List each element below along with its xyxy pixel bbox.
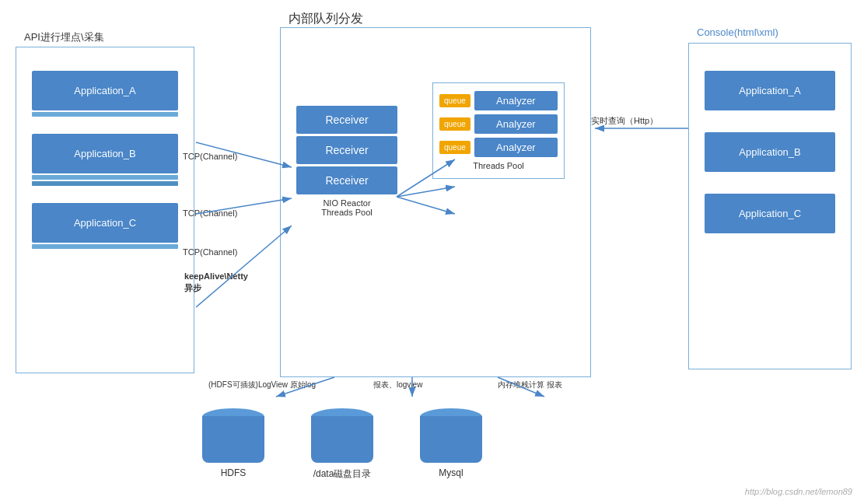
app-c-left-bar xyxy=(32,244,178,249)
diagram: API进行埋点\采集 Application_A Application_B A… xyxy=(0,0,864,504)
right-panel-title: Console(html\xml) xyxy=(697,26,778,38)
left-panel-title: API进行埋点\采集 xyxy=(24,30,104,44)
receiver-subtitle: NIO ReactorThreads Pool xyxy=(296,198,397,217)
app-a-left: Application_A xyxy=(32,71,178,110)
hdfs-mid xyxy=(202,416,264,425)
realtime-label: 实时查询（Http） xyxy=(591,115,658,127)
app-b-left-bar2 xyxy=(32,181,178,186)
left-panel: API进行埋点\采集 Application_A Application_B A… xyxy=(16,47,194,373)
app-c-right: Application_C xyxy=(705,194,835,233)
app-b-left-bar xyxy=(32,175,178,180)
hdfs-db: HDFS xyxy=(202,408,264,481)
hdfs-cylinder xyxy=(202,408,264,463)
mysql-cylinder xyxy=(420,408,482,463)
analyzer-badge-1: Analyzer xyxy=(474,91,558,110)
data-label: /data磁盘目录 xyxy=(313,467,372,481)
tcp3-label: TCP(Channel) xyxy=(183,247,237,257)
hdfs-top-label: (HDFS可插拔)LogView 原始log xyxy=(208,380,316,390)
hdfs-label: HDFS xyxy=(221,467,247,478)
queue-badge-1: queue xyxy=(439,94,470,107)
threads-pool-title: Threads Pool xyxy=(439,161,558,170)
keepalive-label: keepAlive\Netty异步 xyxy=(184,271,248,295)
app-b-right: Application_B xyxy=(705,132,835,172)
app-b-left: Application_B xyxy=(32,134,178,173)
hdfs-body xyxy=(202,420,264,463)
receiver-3: Receiver xyxy=(296,166,397,194)
data-cylinder xyxy=(311,408,373,463)
tcp1-label: TCP(Channel) xyxy=(183,152,237,161)
right-panel: Console(html\xml) Application_A Applicat… xyxy=(688,43,852,369)
receiver-group: Receiver Receiver Receiver NIO ReactorTh… xyxy=(296,106,397,217)
middle-panel: 内部队列分发 Receiver Receiver Receiver NIO Re… xyxy=(280,27,591,377)
svg-line-4 xyxy=(196,226,292,307)
analyzer-row-1: queue Analyzer xyxy=(439,91,558,110)
mysql-label: Mysql xyxy=(439,467,463,478)
mysql-db: Mysql xyxy=(420,408,482,481)
app-c-left: Application_C xyxy=(32,203,178,243)
receiver-1: Receiver xyxy=(296,106,397,134)
app-a-right: Application_A xyxy=(705,71,835,110)
database-section: HDFS /data磁盘目录 Mysql xyxy=(202,408,482,481)
analyzer-row-3: queue Analyzer xyxy=(439,138,558,157)
analyzer-badge-3: Analyzer xyxy=(474,138,558,157)
mysql-top-label: 内存堆栈计算 报表 xyxy=(498,380,562,390)
mysql-mid xyxy=(420,416,482,425)
data-db: /data磁盘目录 xyxy=(311,408,373,481)
threads-pool: queue Analyzer queue Analyzer queue Anal… xyxy=(432,82,565,179)
app-a-left-bar xyxy=(32,112,178,117)
watermark: http://blog.csdn.net/lemon89 xyxy=(745,487,852,496)
data-top-label: 报表、logview xyxy=(373,380,422,390)
data-mid xyxy=(311,416,373,425)
analyzer-badge-2: Analyzer xyxy=(474,114,558,134)
data-body xyxy=(311,420,373,463)
receiver-2: Receiver xyxy=(296,136,397,164)
middle-panel-title: 内部队列分发 xyxy=(289,11,363,27)
tcp2-label: TCP(Channel) xyxy=(183,208,237,218)
analyzer-row-2: queue Analyzer xyxy=(439,114,558,134)
mysql-body xyxy=(420,420,482,463)
queue-badge-2: queue xyxy=(439,117,470,131)
queue-badge-3: queue xyxy=(439,141,470,154)
